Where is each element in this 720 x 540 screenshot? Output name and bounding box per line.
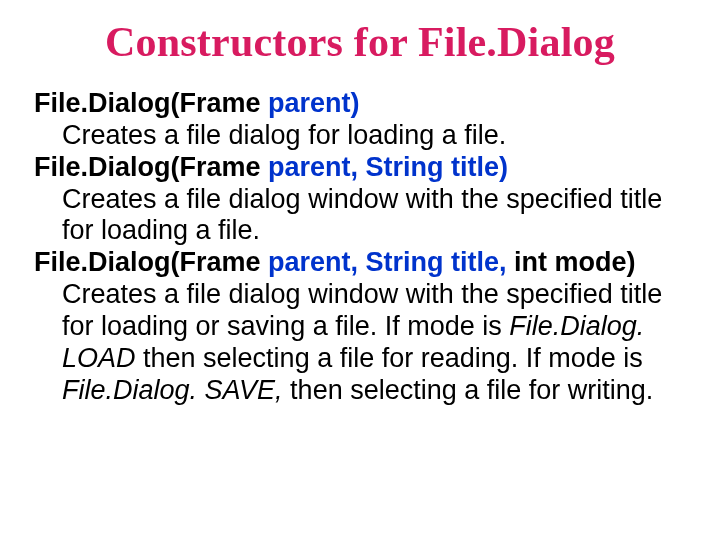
desc-text: Creates a file dialog for loading a file… bbox=[62, 120, 506, 150]
constructor-desc-3: Creates a file dialog window with the sp… bbox=[62, 279, 686, 406]
page-title: Constructors for File.Dialog bbox=[34, 18, 686, 66]
constructor-desc-2: Creates a file dialog window with the sp… bbox=[62, 184, 686, 248]
content-body: File.Dialog(Frame parent) Creates a file… bbox=[34, 88, 686, 407]
sig-text: File.Dialog(Frame bbox=[34, 88, 261, 118]
constructor-signature-2: File.Dialog(Frame parent, String title) bbox=[34, 152, 686, 184]
slide: Constructors for File.Dialog File.Dialog… bbox=[0, 0, 720, 540]
sig-tail: int mode) bbox=[514, 247, 636, 277]
sig-param: parent, String title, bbox=[261, 247, 515, 277]
desc-text-c: then selecting a file for reading. If mo… bbox=[136, 343, 643, 373]
sig-param: parent, String title) bbox=[261, 152, 509, 182]
constructor-signature-3: File.Dialog(Frame parent, String title, … bbox=[34, 247, 686, 279]
sig-text: File.Dialog(Frame bbox=[34, 247, 261, 277]
sig-text: File.Dialog(Frame bbox=[34, 152, 261, 182]
desc-text-d: File.Dialog. SAVE, bbox=[62, 375, 283, 405]
desc-text: Creates a file dialog window with the sp… bbox=[62, 184, 662, 246]
sig-param: parent) bbox=[261, 88, 360, 118]
desc-text-e: then selecting a file for writing. bbox=[283, 375, 654, 405]
constructor-desc-1: Creates a file dialog for loading a file… bbox=[62, 120, 686, 152]
constructor-signature-1: File.Dialog(Frame parent) bbox=[34, 88, 686, 120]
